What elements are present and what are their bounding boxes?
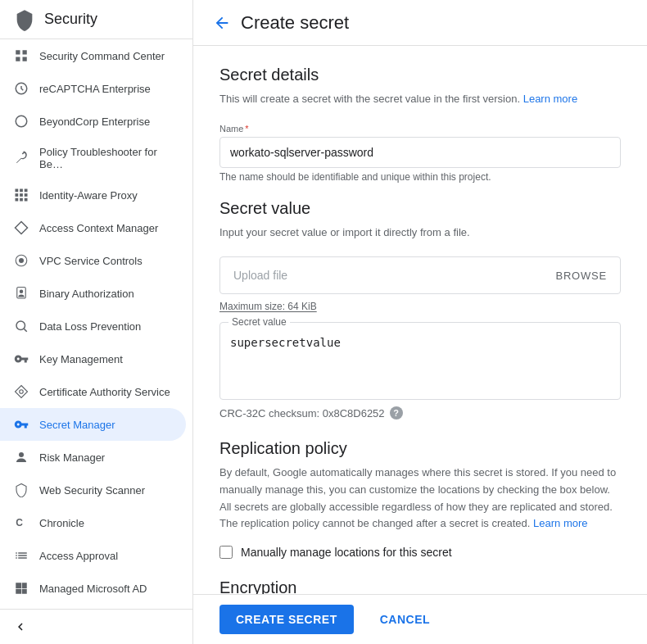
- svg-marker-15: [16, 222, 28, 234]
- svg-rect-11: [25, 193, 28, 197]
- svg-point-20: [16, 321, 25, 330]
- svg-rect-1: [23, 50, 27, 54]
- secret-manager-icon: [13, 416, 29, 433]
- sidebar-item-recaptcha[interactable]: reCAPTCHA Enterprise: [0, 72, 186, 105]
- sidebar-item-security-command-center[interactable]: Security Command Center: [0, 39, 186, 72]
- svg-point-23: [20, 390, 24, 394]
- secret-details-title: Secret details: [219, 66, 621, 84]
- cert-icon: [13, 383, 29, 400]
- sidebar-item-label: Chronicle: [39, 517, 173, 529]
- cancel-button[interactable]: CANCEL: [364, 605, 446, 634]
- dlp-icon: [13, 318, 29, 334]
- svg-rect-2: [16, 57, 20, 61]
- sidebar-item-label: Access Approval: [39, 550, 173, 562]
- svg-rect-0: [16, 50, 20, 54]
- svg-rect-8: [25, 189, 28, 193]
- name-input[interactable]: [219, 137, 621, 168]
- svg-rect-13: [20, 198, 23, 202]
- content-body: Secret details This will create a secret…: [193, 46, 647, 594]
- browse-button[interactable]: BROWSE: [555, 270, 607, 282]
- replication-desc: By default, Google automatically manages…: [219, 465, 621, 533]
- sidebar-item-beyondcorp[interactable]: BeyondCorp Enterprise: [0, 105, 186, 138]
- sidebar-item-key-management[interactable]: Key Management: [0, 342, 186, 375]
- sidebar-item-vpc-service-controls[interactable]: VPC Service Controls: [0, 244, 186, 277]
- main-content: Create secret Secret details This will c…: [193, 0, 647, 644]
- upload-area: Upload file BROWSE: [219, 256, 621, 294]
- svg-point-19: [20, 290, 24, 294]
- sidebar-item-secret-manager[interactable]: Secret Manager: [0, 408, 186, 441]
- person-badge-icon: [13, 285, 29, 302]
- sidebar-item-label: Access Context Manager: [39, 222, 173, 234]
- max-size-label: Maximum size: 64 KiB: [219, 301, 621, 312]
- svg-line-21: [24, 329, 26, 331]
- replication-title: Replication policy: [219, 439, 621, 458]
- sidebar-item-chronicle[interactable]: C Chronicle: [0, 506, 186, 539]
- svg-rect-3: [23, 57, 27, 61]
- vpc-icon: [13, 252, 29, 269]
- sidebar-item-label: BeyondCorp Enterprise: [39, 116, 173, 128]
- secret-value-desc: Input your secret value or import it dir…: [219, 224, 621, 241]
- collapse-icon: [13, 619, 28, 634]
- name-hint: The name should be identifiable and uniq…: [219, 171, 621, 183]
- sidebar-item-label: Security Command Center: [39, 50, 173, 62]
- manually-manage-checkbox[interactable]: [219, 546, 233, 559]
- sidebar-item-risk-manager[interactable]: Risk Manager: [0, 441, 186, 474]
- sidebar-item-policy-troubleshooter[interactable]: Policy Troubleshooter for Be…: [0, 138, 186, 179]
- replication-section: Replication policy By default, Google au…: [219, 439, 621, 559]
- approval-icon: [13, 547, 29, 564]
- svg-marker-22: [16, 386, 28, 398]
- checkbox-label: Manually manage locations for this secre…: [241, 546, 452, 559]
- sidebar-item-label: Identity-Aware Proxy: [39, 189, 173, 202]
- sidebar-footer[interactable]: [0, 609, 192, 644]
- secret-value-title: Secret value: [219, 199, 621, 218]
- sidebar-item-access-context-manager[interactable]: Access Context Manager: [0, 211, 186, 244]
- sidebar-item-web-security-scanner[interactable]: Web Security Scanner: [0, 474, 186, 506]
- upload-placeholder: Upload file: [233, 269, 287, 282]
- sidebar-item-label: Data Loss Prevention: [39, 320, 173, 333]
- sidebar-item-label: VPC Service Controls: [39, 255, 173, 267]
- footer-actions: CREATE SECRET CANCEL: [193, 594, 647, 644]
- checkbox-row: Manually manage locations for this secre…: [219, 546, 621, 559]
- page-header: Create secret: [193, 0, 647, 46]
- svg-rect-14: [25, 198, 28, 202]
- diamond-icon: [13, 220, 29, 236]
- back-button[interactable]: [213, 14, 231, 32]
- svg-point-17: [19, 258, 24, 263]
- secret-value-textarea[interactable]: supersecretvalue: [222, 329, 618, 395]
- secret-details-learn-more[interactable]: Learn more: [523, 93, 577, 105]
- windows-icon: [13, 580, 29, 596]
- encryption-title: Encryption: [219, 578, 621, 594]
- checksum-row: CRC-32C checksum: 0x8C8D6252 ?: [219, 406, 621, 420]
- svg-text:C: C: [16, 517, 23, 528]
- secret-details-desc: This will create a secret with the secre…: [219, 91, 621, 107]
- name-label: Name*: [219, 124, 621, 134]
- svg-point-5: [16, 116, 27, 127]
- sidebar-item-label: Secret Manager: [39, 419, 173, 431]
- shield-icon: [13, 8, 36, 31]
- sidebar-title: Security: [44, 11, 97, 28]
- help-icon[interactable]: ?: [390, 406, 403, 420]
- secret-details-section: Secret details This will create a secret…: [219, 66, 621, 183]
- replication-learn-more[interactable]: Learn more: [533, 517, 587, 529]
- create-secret-button[interactable]: CREATE SECRET: [219, 605, 354, 634]
- shield-scan-icon: [13, 482, 29, 498]
- sidebar-item-identity-aware-proxy[interactable]: Identity-Aware Proxy: [0, 179, 186, 211]
- svg-rect-6: [16, 189, 19, 193]
- secret-value-label: Secret value: [228, 316, 290, 328]
- grid-icon: [13, 48, 29, 64]
- sidebar-item-label: Certificate Authority Service: [39, 386, 173, 398]
- sidebar-item-label: Web Security Scanner: [39, 484, 173, 497]
- iap-icon: [13, 187, 29, 203]
- page-title: Create secret: [241, 12, 349, 34]
- encryption-section: Encryption This secret is encrypted with…: [219, 578, 621, 594]
- circle-icon: [13, 113, 29, 129]
- svg-rect-7: [20, 189, 23, 193]
- secret-value-section: Secret value Input your secret value or …: [219, 199, 621, 420]
- sidebar-item-certificate-authority[interactable]: Certificate Authority Service: [0, 375, 186, 408]
- sidebar-item-binary-authorization[interactable]: Binary Authorization: [0, 277, 186, 310]
- sidebar-item-label: Key Management: [39, 353, 173, 365]
- sidebar-item-data-loss-prevention[interactable]: Data Loss Prevention: [0, 310, 186, 342]
- risk-icon: [13, 449, 29, 465]
- sidebar-item-managed-microsoft-ad[interactable]: Managed Microsoft AD: [0, 572, 186, 605]
- sidebar-item-access-approval[interactable]: Access Approval: [0, 539, 186, 572]
